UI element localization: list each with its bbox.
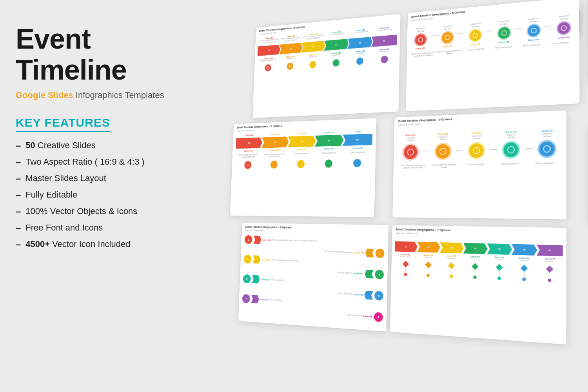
slide-grid: Event Timeline Infographics – 6 Options … [223, 0, 588, 392]
slide-card-1[interactable]: Event Timeline Infographics – 6 Options … [252, 14, 400, 118]
feature-item: 100% Vector Objects & Icons [16, 206, 180, 217]
slides-preview-area: Event Timeline Infographics – 6 Options … [223, 0, 588, 392]
slide-3-content: Event #01 Event #02 Event #03 Event #04 … [232, 128, 376, 171]
feature-item: Two Aspect Ratio ( 16:9 & 4:3 ) [16, 156, 180, 167]
slide-5-content: 1 Event #01 This is a sample text and ha… [238, 232, 388, 325]
slide-6-content: 01 02 03 04 05 06 07 Event #01sample tex… [391, 236, 566, 285]
subtitle-brand: Google Slides [16, 90, 73, 100]
slide-card-2[interactable]: Event Timeline Infographics – 6 Options … [406, 0, 579, 111]
slide-4-content: Event #01 sample textadd data Event #02 … [394, 122, 566, 172]
slide-card-3[interactable]: Event Timeline Infographics – 5 Options … [230, 118, 377, 217]
subtitle-row: Google Slides Infographics Templates [16, 90, 180, 100]
key-features-title: KEY FEATURES [16, 116, 110, 132]
left-panel: Event Timeline Google Slides Infographic… [16, 24, 180, 255]
page-title: Event Timeline [16, 24, 180, 85]
subtitle-rest: Infographics Templates [73, 90, 164, 100]
page: Event Timeline Google Slides Infographic… [0, 0, 588, 392]
slide-card-5[interactable]: Event Timeline Infographics – 8 Options … [238, 223, 389, 331]
feature-bold-2: 4500+ [25, 239, 50, 249]
slide-card-4[interactable]: Event Timeline Infographics – 5 Options … [392, 110, 566, 219]
feature-item: Fully Editable [16, 189, 180, 200]
feature-item: Master Slides Layout [16, 173, 180, 184]
features-list: 50Creative Slides Two Aspect Ratio ( 16:… [16, 140, 180, 250]
feature-item: 50Creative Slides [16, 140, 180, 151]
feature-bold: 50 [25, 140, 35, 151]
slide-card-6[interactable]: Event Timeline Infographics – 7 Options … [390, 225, 566, 344]
feature-item: 4500+Vector Icon Included [16, 239, 180, 250]
feature-item: Free Font and Icons [16, 222, 180, 233]
